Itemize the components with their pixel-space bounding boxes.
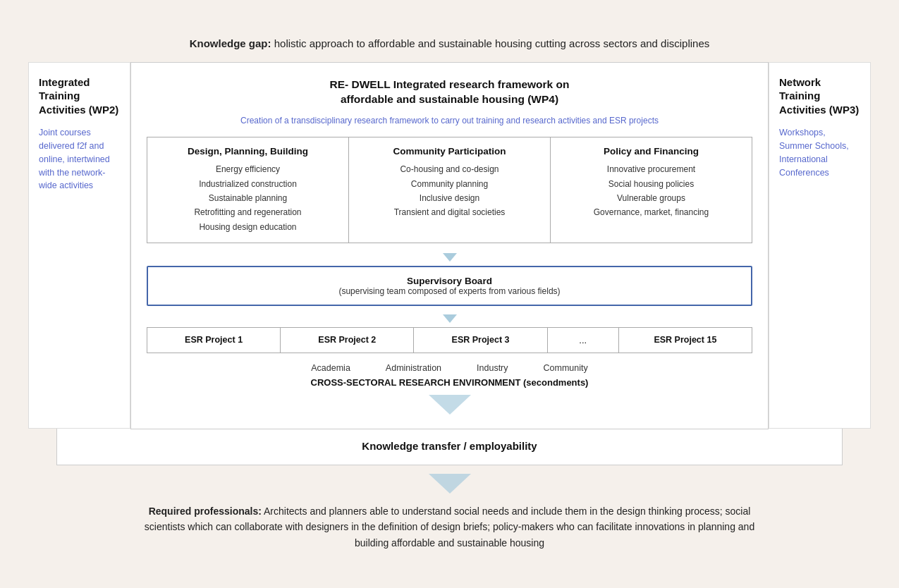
framework-title: RE- DWELL Integrated research framework … [147, 77, 752, 107]
column-community: Community Participation Co-housing and c… [349, 137, 551, 243]
col-community-item-2: Community planning [357, 177, 542, 191]
knowledge-transfer-wrapper: Knowledge transfer / employability [56, 427, 843, 465]
arrow-down-icon-2 [443, 314, 457, 323]
col-policy-item-4: Governance, market, financing [559, 205, 743, 219]
esr-project-1: ESR Project 1 [147, 328, 281, 353]
col-community-item-4: Transient and digital societies [357, 205, 542, 219]
col-policy-item-1: Innovative procurement [559, 162, 743, 176]
sector-items: Academia Administration Industry Communi… [147, 363, 752, 373]
col-community-title: Community Participation [357, 146, 542, 157]
required-professionals: Required professionals: Architects and p… [133, 503, 767, 551]
right-panel-text: Workshops, Summer Schools, International… [779, 126, 860, 179]
sb-title: Supervisory Board [159, 276, 740, 286]
sector-administration: Administration [386, 363, 441, 373]
col-policy-item-2: Social housing policies [559, 177, 743, 191]
col-design-item-3: Sustainable planning [156, 191, 340, 205]
left-panel-title: Integrated Training Activities (WP2) [39, 75, 120, 117]
big-arrow-down-icon [429, 395, 471, 415]
arrow-to-esr [147, 314, 752, 323]
esr-project-15: ESR Project 15 [619, 328, 752, 353]
left-side-panel: Integrated Training Activities (WP2) Joi… [28, 62, 130, 429]
column-design: Design, Planning, Building Energy effici… [147, 137, 349, 243]
knowledge-gap-text: Knowledge gap: holistic approach to affo… [28, 37, 871, 49]
esr-projects-row: ESR Project 1 ESR Project 2 ESR Project … [147, 327, 752, 353]
arrow-to-supervisory [147, 253, 752, 262]
col-design-title: Design, Planning, Building [156, 146, 340, 157]
col-community-item-3: Inclusive design [357, 191, 542, 205]
col-design-item-2: Industrialized construction [156, 177, 340, 191]
arrow-below-kt [28, 474, 871, 494]
cross-sectoral-title: CROSS-SECTORAL RESEARCH ENVIRONMENT (sec… [147, 377, 752, 388]
col-policy-item-3: Vulnerable groups [559, 191, 743, 205]
col-design-item-1: Energy efficiency [156, 162, 340, 176]
right-panel-title: Network Training Activities (WP3) [779, 75, 860, 117]
col-community-item-1: Co-housing and co-design [357, 162, 542, 176]
big-arrow-container [147, 395, 752, 415]
knowledge-gap-desc: holistic approach to affordable and sust… [271, 37, 710, 49]
supervisory-board: Supervisory Board (supervising team comp… [147, 266, 752, 306]
arrow-down-icon-1 [443, 253, 457, 262]
sb-subtitle: (supervising team composed of experts fr… [159, 286, 740, 296]
center-framework-box: RE- DWELL Integrated research framework … [130, 62, 769, 429]
arrow-below-kt-icon [429, 474, 471, 494]
required-label: Required professionals: [149, 506, 262, 517]
left-panel-text: Joint courses delivered f2f and online, … [39, 126, 120, 192]
column-policy: Policy and Financing Innovative procurem… [551, 137, 752, 243]
sector-industry: Industry [477, 363, 508, 373]
right-side-panel: Network Training Activities (WP3) Worksh… [769, 62, 871, 429]
sector-academia: Academia [311, 363, 350, 373]
col-policy-title: Policy and Financing [559, 146, 743, 157]
esr-dots: ... [548, 328, 619, 353]
three-columns: Design, Planning, Building Energy effici… [147, 137, 752, 243]
knowledge-transfer-box: Knowledge transfer / employability [56, 427, 843, 465]
knowledge-gap-label: Knowledge gap: [190, 37, 271, 49]
col-design-item-5: Housing design education [156, 220, 340, 234]
main-layout: Integrated Training Activities (WP2) Joi… [28, 62, 871, 429]
col-design-item-4: Retrofitting and regeneration [156, 205, 340, 219]
sector-community: Community [544, 363, 588, 373]
framework-subtitle: Creation of a transdisciplinary research… [147, 114, 752, 127]
esr-project-2: ESR Project 2 [281, 328, 414, 353]
esr-project-3: ESR Project 3 [414, 328, 547, 353]
